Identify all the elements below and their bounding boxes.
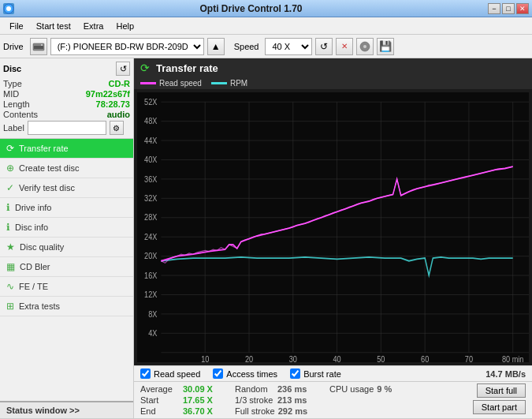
disc-info-icon: ℹ — [6, 222, 10, 233]
legend-read-speed-color — [140, 82, 156, 84]
start-part-button[interactable]: Start part — [473, 400, 526, 414]
window-controls: − □ ✕ — [488, 3, 529, 14]
disc-mid-value: 97m22s67f — [86, 89, 130, 99]
chart-container: 52X 48X 44X 40X 36X 32X 28X 24X 20X 16X … — [134, 89, 532, 365]
cpu-usage-label: CPU usage — [329, 384, 374, 394]
read-speed-checkbox-label[interactable]: Read speed — [140, 368, 200, 379]
close-button[interactable]: ✕ — [516, 3, 529, 14]
drive-label: Drive — [3, 42, 24, 51]
menu-file[interactable]: File — [3, 20, 30, 32]
menu-start-test[interactable]: Start test — [30, 20, 77, 32]
burst-rate-value: 14.7 MB/s — [485, 369, 526, 379]
nav-item-create-test-disc[interactable]: ⊕ Create test disc — [0, 159, 133, 178]
svg-text:20: 20 — [245, 354, 253, 362]
legend-read-speed: Read speed — [140, 79, 202, 88]
svg-text:8X: 8X — [148, 309, 157, 319]
disc-length-value: 78:28.73 — [96, 99, 130, 109]
checkbox-row: Read speed Access times Burst rate 14.7 … — [134, 366, 532, 382]
svg-rect-7 — [137, 92, 529, 362]
average-stat: Average 30.09 X — [140, 383, 235, 395]
svg-text:32X: 32X — [144, 193, 157, 203]
title-bar-left — [3, 3, 14, 14]
burst-rate-checkbox-label[interactable]: Burst rate — [290, 368, 341, 379]
menu-help[interactable]: Help — [110, 20, 140, 32]
start-full-button[interactable]: Start full — [477, 383, 526, 398]
disc-contents-label: Contents — [3, 110, 38, 119]
disc-label-edit-button[interactable]: ⚙ — [110, 121, 124, 135]
end-stat: End 36.70 X — [140, 406, 235, 417]
nav-item-verify-test-disc[interactable]: ✓ Verify test disc — [0, 178, 133, 198]
cpu-usage-value: 9 % — [377, 384, 392, 394]
disc-contents-row: Contents audio — [3, 110, 130, 119]
stats-col-3: CPU usage 9 % — [329, 383, 471, 417]
access-times-checkbox-label[interactable]: Access times — [213, 368, 277, 379]
drive-eject-icon[interactable]: ▲ — [207, 38, 225, 55]
cpu-usage-stat: CPU usage 9 % — [329, 383, 471, 395]
svg-text:30: 30 — [289, 354, 297, 362]
minimize-button[interactable]: − — [488, 3, 500, 14]
disc-label-input[interactable] — [28, 121, 106, 135]
svg-point-1 — [6, 6, 11, 11]
drive-info-icon: ℹ — [6, 202, 10, 213]
status-window-label: Status window >> — [6, 406, 80, 415]
chart-legend: Read speed RPM — [134, 77, 532, 89]
nav-item-fe-te[interactable]: ∿ FE / TE — [0, 277, 133, 297]
chart-icon: ⟳ — [140, 62, 150, 74]
burst-rate-checkbox[interactable] — [290, 368, 300, 379]
erase-icon[interactable]: ✕ — [336, 38, 353, 55]
save-icon[interactable]: 💾 — [377, 38, 394, 55]
disc-mid-label: MID — [3, 89, 19, 99]
disc-refresh-button[interactable]: ↺ — [116, 62, 130, 76]
end-label: End — [140, 406, 180, 416]
nav-item-disc-info[interactable]: ℹ Disc info — [0, 218, 133, 238]
stats-col-2: Random 236 ms 1/3 stroke 213 ms Full str… — [235, 383, 329, 417]
extra-tests-icon: ⊞ — [6, 301, 14, 312]
svg-text:24X: 24X — [144, 232, 157, 241]
nav-item-transfer-rate[interactable]: ⟳ Transfer rate — [0, 139, 133, 159]
drive-selector[interactable]: (F:) PIONEER BD-RW BDR-209D 1.51 — [50, 38, 204, 55]
nav-extra-tests-label: Extra tests — [19, 301, 60, 311]
nav-item-drive-info[interactable]: ℹ Drive info — [0, 198, 133, 218]
nav-verify-test-disc-label: Verify test disc — [19, 183, 75, 193]
nav-fe-te-label: FE / TE — [19, 282, 48, 291]
transfer-rate-icon: ⟳ — [6, 143, 14, 154]
average-value: 30.09 X — [183, 384, 213, 394]
random-label: Random — [235, 384, 274, 394]
start-label: Start — [140, 395, 180, 405]
nav-disc-info-label: Disc info — [15, 223, 48, 232]
stats-col-1: Average 30.09 X Start 17.65 X End 36.70 … — [140, 383, 235, 417]
cd-bler-icon: ▦ — [6, 261, 15, 272]
nav-item-cd-bler[interactable]: ▦ CD Bler — [0, 257, 133, 277]
svg-text:40: 40 — [333, 354, 340, 362]
app-title: Opti Drive Control 1.70 — [14, 3, 488, 14]
svg-point-4 — [41, 44, 43, 46]
speed-refresh-icon[interactable]: ↺ — [315, 38, 333, 55]
random-value: 236 ms — [277, 384, 307, 394]
nav-item-disc-quality[interactable]: ★ Disc quality — [0, 238, 133, 257]
nav-drive-info-label: Drive info — [15, 203, 51, 212]
burst-rate-checkbox-text: Burst rate — [303, 369, 341, 379]
svg-text:28X: 28X — [144, 213, 157, 223]
maximize-button[interactable]: □ — [502, 3, 515, 14]
status-window-panel[interactable]: Status window >> — [0, 402, 133, 419]
access-times-checkbox[interactable] — [213, 368, 223, 379]
legend-rpm-label: RPM — [230, 79, 247, 88]
nav-items: ⟳ Transfer rate ⊕ Create test disc ✓ Ver… — [0, 139, 133, 401]
disc-title: Disc — [3, 64, 21, 73]
chart-title: Transfer rate — [156, 62, 218, 74]
speed-selector[interactable]: 40 X — [265, 38, 312, 55]
nav-item-extra-tests[interactable]: ⊞ Extra tests — [0, 297, 133, 316]
disc-icon[interactable] — [356, 38, 374, 55]
disc-label-label: Label — [3, 123, 24, 133]
nav-disc-quality-label: Disc quality — [20, 242, 64, 252]
disc-type-value: CD-R — [109, 79, 131, 88]
access-times-checkbox-text: Access times — [226, 369, 277, 379]
read-speed-checkbox[interactable] — [140, 368, 151, 379]
transfer-rate-chart: 52X 48X 44X 40X 36X 32X 28X 24X 20X 16X … — [137, 92, 529, 362]
svg-text:70: 70 — [465, 354, 473, 362]
full-stroke-label: Full stroke — [235, 406, 275, 416]
disc-mid-row: MID 97m22s67f — [3, 89, 130, 99]
disc-quality-icon: ★ — [6, 241, 15, 253]
menu-extra[interactable]: Extra — [77, 20, 110, 32]
disc-length-label: Length — [3, 99, 30, 109]
